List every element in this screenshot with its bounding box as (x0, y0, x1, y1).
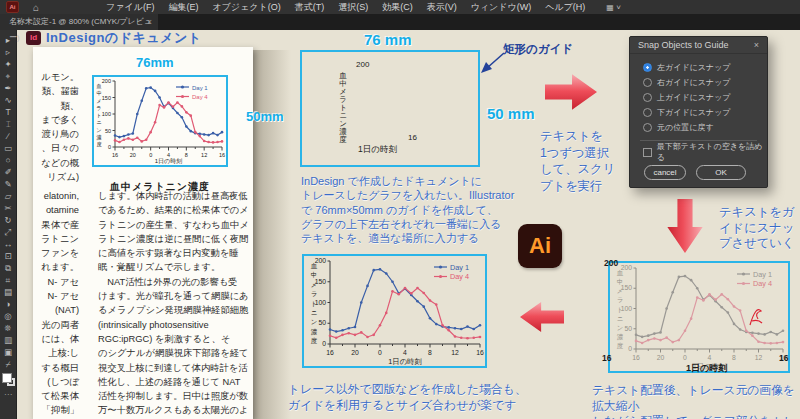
rectangle-tool-icon[interactable]: ▭ (0, 142, 17, 154)
caption-run-script: テキストを 1つずつ選択 して、スクリ プトを実行 (540, 128, 615, 194)
cancel-button[interactable]: cancel (644, 165, 686, 180)
tab-bar: 名称未設定-1 @ 800% (CMYK/プレビュー) × (0, 14, 800, 30)
radio-icon[interactable] (643, 63, 652, 72)
indesign-app-icon: Id (26, 31, 41, 45)
column-graph-tool-icon[interactable]: ▥ (0, 334, 17, 346)
fill-swatch[interactable] (2, 373, 12, 383)
doc-text-column2: します。体内時計の活動は昼高夜低 であるため、結果的に松果体でのメ ラトニンの産… (98, 189, 254, 418)
home-icon[interactable]: ⌂ (33, 2, 39, 13)
svg-text:ニ: ニ (96, 119, 101, 125)
document-tab[interactable]: 名称未設定-1 @ 800% (CMYK/プレビュー) × (0, 14, 158, 30)
pen-tool-icon[interactable]: ✒ (0, 82, 17, 94)
callout-arrow-icon (478, 50, 506, 76)
svg-text:ラ: ラ (96, 105, 101, 111)
svg-text:血: 血 (311, 262, 318, 269)
dialog-title-bar[interactable]: Snap Objects to Guide × (630, 37, 767, 54)
guide-width-label: 76 mm (364, 31, 412, 48)
svg-text:濃: 濃 (95, 134, 101, 141)
scale-tool-icon[interactable]: ⤢ (0, 226, 17, 238)
mesh-tool-icon[interactable]: ⌗ (0, 274, 17, 286)
artboard-tool-icon[interactable]: ▣ (0, 346, 17, 358)
menu-item-8[interactable]: ヘルプ(H) (538, 1, 592, 14)
menu-item-4[interactable]: 選択(S) (331, 1, 375, 14)
type-tool-icon[interactable]: T (0, 106, 17, 118)
svg-text:4: 4 (708, 354, 712, 361)
radio-option-2[interactable]: 上ガイドにスナップ (643, 90, 767, 105)
doc-chart-caption: 血中メラトニン濃度 (92, 180, 228, 194)
more-tools-icon[interactable]: ⋯ (4, 390, 12, 399)
svg-text:ラ: ラ (617, 296, 624, 303)
magic-wand-tool-icon[interactable]: ✦ (0, 58, 17, 70)
pencil-tool-icon[interactable]: ✎ (0, 178, 17, 190)
eyedropper-tool-icon[interactable]: ◑ (0, 298, 17, 310)
radio-option-3[interactable]: 下ガイドにスナップ (643, 105, 767, 120)
radio-option-4[interactable]: 元の位置に戻す (643, 120, 767, 135)
svg-text:8: 8 (732, 354, 736, 361)
svg-text:血: 血 (617, 269, 624, 276)
paintbrush-tool-icon[interactable]: ✐ (0, 166, 17, 178)
curvature-tool-icon[interactable]: ∿ (0, 94, 17, 106)
menu-item-1[interactable]: 編集(E) (161, 1, 205, 14)
svg-text:200: 200 (102, 78, 111, 84)
svg-text:16: 16 (476, 349, 484, 356)
overlay-text-16-right: 16 (779, 353, 788, 363)
radio-icon[interactable] (643, 78, 652, 87)
checkbox[interactable] (643, 148, 652, 157)
svg-text:1日の時刻: 1日の時刻 (155, 158, 182, 165)
indesign-doc-label: InDesignのドキュメント (46, 29, 202, 47)
svg-text:0: 0 (683, 354, 687, 361)
shape-builder-tool-icon[interactable]: ⧉ (0, 262, 17, 274)
slice-tool-icon[interactable]: ⌿ (0, 358, 17, 370)
ellipse-tool-icon[interactable]: ○ (0, 154, 17, 166)
rotate-tool-icon[interactable]: ↻ (0, 214, 17, 226)
line-segment-tool-icon[interactable]: ∕ (0, 130, 17, 142)
radio-icon[interactable] (643, 93, 652, 102)
menu-item-5[interactable]: 効果(C) (375, 1, 420, 14)
lasso-tool-icon[interactable]: ⌖ (0, 70, 17, 82)
radio-option-0[interactable]: 左ガイドにスナップ (643, 60, 767, 75)
svg-text:ン: ン (96, 127, 101, 133)
caption-snap: テキストをガ イドにスナッ プさせていく (719, 205, 795, 252)
eraser-tool-icon[interactable]: ▱ (0, 190, 17, 202)
svg-text:50: 50 (105, 128, 111, 134)
svg-text:度: 度 (617, 342, 624, 350)
radio-option-1[interactable]: 右ガイドにスナップ (643, 75, 767, 90)
dialog-close-icon[interactable]: × (754, 37, 759, 53)
touch-type-tool-icon[interactable]: ⌶ (0, 118, 17, 130)
doc-text-column1-top: ルモン。 類、齧歯類、 まで多く 渡り鳥の 、日々の などの概 リズム) (33, 70, 79, 184)
svg-text:50: 50 (318, 319, 326, 326)
ok-button[interactable]: OK (696, 165, 746, 180)
guide-rectangle: 200 血 中 メ ラ ト ニ ン 濃 度 16 1日の時刻 (300, 50, 480, 167)
free-transform-tool-icon[interactable]: ⊡ (0, 250, 17, 262)
svg-text:メ: メ (311, 281, 318, 288)
menu-item-7[interactable]: ウィンドウ(W) (464, 1, 539, 14)
illustrator-logo: Ai (518, 224, 562, 268)
workspace-switcher-icon[interactable]: ▦ ˅ (606, 3, 620, 12)
fill-stroke-indicator[interactable] (2, 373, 15, 386)
radio-icon[interactable] (643, 108, 652, 117)
radio-icon[interactable] (643, 123, 652, 132)
menu-item-0[interactable]: ファイル(F) (99, 1, 161, 14)
handwriting-mark-icon (746, 301, 768, 329)
svg-text:20: 20 (130, 152, 136, 158)
gradient-tool-icon[interactable]: ▤ (0, 286, 17, 298)
symbol-sprayer-tool-icon[interactable]: ❊ (0, 322, 17, 334)
scissors-tool-icon[interactable]: ✂ (0, 202, 17, 214)
guide-text-16: 16 (408, 133, 417, 142)
svg-text:濃: 濃 (311, 328, 318, 336)
radio-label: 左ガイドにスナップ (657, 62, 731, 73)
svg-text:8: 8 (185, 152, 188, 158)
width-tool-icon[interactable]: ↔ (0, 238, 17, 250)
menu-item-3[interactable]: 書式(T) (288, 1, 332, 14)
blend-tool-icon[interactable]: ◎ (0, 310, 17, 322)
menu-item-2[interactable]: オブジェクト(O) (205, 1, 287, 14)
tab-close-icon[interactable]: × (147, 14, 152, 30)
guide-text-ylabel: 血 中 メ ラ ト ニ ン 濃 度 (338, 72, 348, 144)
illustrator-app-icon[interactable]: Ai (6, 1, 19, 13)
overlay-text-200: 200 (604, 258, 618, 268)
svg-text:ン: ン (617, 324, 624, 331)
direct-selection-tool-icon[interactable]: ▹ (0, 46, 17, 58)
svg-text:中: 中 (96, 90, 101, 96)
svg-text:Day 1: Day 1 (753, 270, 772, 279)
menu-item-6[interactable]: 表示(V) (420, 1, 464, 14)
